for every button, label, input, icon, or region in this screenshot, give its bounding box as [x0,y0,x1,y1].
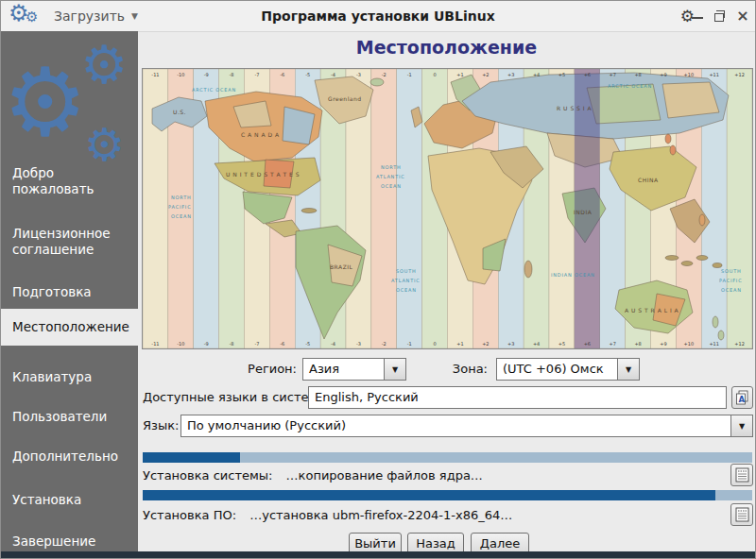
svg-text:-11: -11 [151,72,159,77]
page-title: Местоположение [138,37,755,58]
svg-text:U N I T E D S T A T E S: U N I T E D S T A T E S [226,171,300,178]
software-progress-fill [143,490,715,500]
svg-text:-6: -6 [280,72,284,77]
chevron-down-icon[interactable]: ▼ [730,415,752,436]
system-log-button[interactable] [730,464,753,486]
sidebar-item-users[interactable]: Пользователи [1,407,138,427]
svg-text:A U S T R A L I A: A U S T R A L I A [625,307,679,313]
svg-text:INDIAN OCEAN: INDIAN OCEAN [551,272,595,278]
svg-text:0: 0 [433,72,436,77]
sidebar-item-license[interactable]: Лицензионное соглашение [1,224,138,260]
sidebar-item-keyboard[interactable]: Клавиатура [1,367,138,387]
maximize-button[interactable] [713,9,727,23]
sidebar-item-installation[interactable]: Установка [1,490,138,510]
sidebar-item-additional[interactable]: Дополнительно [1,447,138,466]
svg-text:+7: +7 [610,72,616,77]
zone-select[interactable]: (UTC +06) Омск ▼ [496,358,640,381]
region-value: Азия [303,359,384,380]
app-gears-logo-icon: ⚙ ⚙ [9,1,46,31]
language-label: Язык: [143,415,179,437]
svg-text:+8: +8 [634,341,641,347]
svg-text:CHINA: CHINA [638,177,659,183]
system-progress-fill [143,452,240,463]
minimize-button[interactable] [691,9,704,23]
svg-text:+9: +9 [660,72,666,77]
language-document-icon: A [735,390,749,406]
svg-text:+1: +1 [456,72,463,77]
svg-text:OCEAN: OCEAN [721,287,742,293]
svg-text:-7: -7 [254,341,259,347]
available-languages-input[interactable]: English, Русский [308,386,727,409]
svg-text:NORTH: NORTH [171,195,192,200]
svg-text:+8: +8 [634,72,641,77]
svg-text:+11: +11 [709,341,719,347]
edit-languages-button[interactable]: A [731,386,753,409]
svg-text:+2: +2 [482,72,489,77]
svg-text:+6: +6 [584,341,591,347]
svg-text:PACIFIC: PACIFIC [719,278,742,283]
window-bottom-edge [1,551,755,558]
gear-icon: ⚙ [3,56,88,150]
region-label: Регион: [245,358,297,381]
svg-text:-7: -7 [254,72,259,77]
svg-text:INDIA: INDIA [574,209,593,215]
svg-text:+3: +3 [507,72,514,77]
svg-text:-1: -1 [407,72,412,77]
svg-text:+12: +12 [734,341,745,347]
timezone-map-svg: -11-11-10-10-9-9-8-8-7-7-6-6-5-5-4-4-3-3… [143,69,752,348]
svg-text:+11: +11 [709,72,719,77]
system-status-label: Установка системы: [143,468,272,483]
gear-icon: ⚙ [84,122,125,167]
svg-text:ARCTIC OCEAN: ARCTIC OCEAN [608,83,652,89]
svg-text:+9: +9 [660,341,666,347]
svg-text:-5: -5 [305,341,310,347]
chevron-down-icon: ▼ [131,11,138,21]
svg-text:+4: +4 [533,341,540,347]
svg-text:-3: -3 [356,341,361,347]
window-controls: × [691,1,749,31]
svg-text:-5: -5 [305,72,310,77]
svg-text:OCEAN: OCEAN [171,213,192,219]
sidebar-item-preparation[interactable]: Подготовка [1,282,138,302]
svg-text:-6: -6 [280,341,284,347]
timezone-map[interactable]: -11-11-10-10-9-9-8-8-7-7-6-6-5-5-4-4-3-3… [142,68,753,349]
sidebar-item-welcome[interactable]: Добро пожаловать [1,163,138,199]
software-status-text: …установка ubm-firefox-2204-1-x86_64… [249,508,512,522]
close-button[interactable]: × [736,9,749,23]
sidebar: ⚙ ⚙ ⚙ Добро пожаловать Лицензионное согл… [1,31,138,553]
sidebar-item-location[interactable]: Местоположение [1,309,138,346]
svg-text:+7: +7 [610,341,616,347]
svg-text:+2: +2 [482,341,489,347]
load-menu-button[interactable]: Загрузить ▼ [54,1,138,31]
svg-text:-4: -4 [331,341,335,347]
language-value: По умолчанию (Русский) [181,415,730,436]
svg-text:+6: +6 [584,72,591,77]
svg-text:Greenland: Greenland [328,95,362,102]
sidebar-item-finish[interactable]: Завершение [1,532,138,551]
gear-icon: ⚙ [26,10,38,25]
software-status-label: Установка ПО: [143,508,236,522]
svg-text:-8: -8 [230,72,234,77]
chevron-down-icon[interactable]: ▼ [384,359,405,380]
language-select[interactable]: По умолчанию (Русский) ▼ [180,415,753,437]
svg-text:+4: +4 [533,72,540,77]
gear-icon: ⚙ [80,39,128,92]
svg-text:-11: -11 [151,341,159,347]
system-status-text: …копирование файлов ядра… [286,468,483,483]
log-document-icon [735,467,749,483]
region-select[interactable]: Азия ▼ [302,358,406,381]
svg-text:-10: -10 [177,72,184,77]
svg-text:-10: -10 [177,341,184,347]
svg-text:-9: -9 [204,72,209,77]
svg-text:C A N A D A: C A N A D A [241,131,280,138]
chevron-down-icon[interactable]: ▼ [617,359,639,380]
software-log-button[interactable] [730,503,753,526]
svg-text:+5: +5 [558,341,565,347]
svg-text:NORTH: NORTH [381,164,402,170]
svg-text:-9: -9 [204,341,209,347]
svg-text:-1: -1 [407,341,412,347]
svg-text:-8: -8 [230,341,234,347]
svg-text:-4: -4 [331,72,335,77]
svg-text:A: A [739,395,746,404]
system-progress-bar [143,452,752,463]
